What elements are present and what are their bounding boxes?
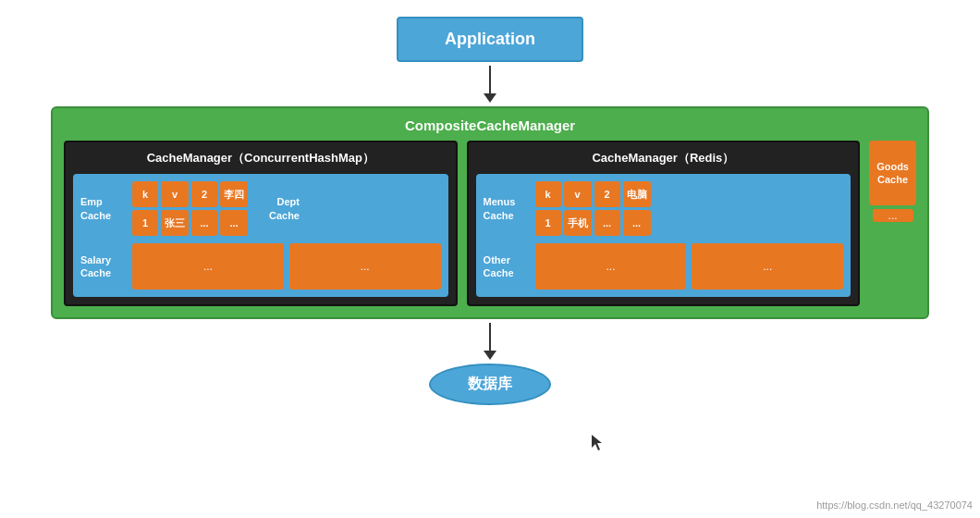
emp-k1: k — [132, 181, 158, 207]
arrow-app-to-composite — [484, 66, 496, 103]
menus-shouji: 手机 — [564, 210, 592, 236]
goods-ellipsis: ... — [873, 209, 913, 222]
watermark: https://blog.csdn.net/qq_43270074 — [816, 500, 973, 511]
salary-ellipsis-1: ... — [132, 243, 284, 290]
svg-marker-0 — [592, 435, 602, 450]
menus-1: 1 — [535, 210, 561, 236]
other-ellipsis-1: ... — [535, 243, 687, 290]
menus-dots1: ... — [594, 210, 620, 236]
menus-dots2: ... — [623, 210, 651, 236]
emp-cache-table: k v 2 李四 1 张三 ... ... — [132, 181, 248, 236]
emp-dots1: ... — [191, 210, 217, 236]
menus-2: 2 — [594, 181, 620, 207]
diagram: Application CompositeCacheManager CacheM… — [0, 0, 980, 518]
menus-cache-table: k v 2 电脑 1 手机 ... ... — [535, 181, 651, 236]
cursor — [592, 435, 605, 448]
composite-cache-manager: CompositeCacheManager CacheManager（Concu… — [51, 106, 929, 319]
emp-zhangsan: 张三 — [161, 210, 189, 236]
emp-lisi: 李四 — [220, 181, 248, 207]
emp-1: 1 — [132, 210, 158, 236]
goods-cache-top-row: GoodsCache ... — [869, 141, 916, 222]
menus-diannao: 电脑 — [623, 181, 651, 207]
salary-ellipsis-2: ... — [289, 243, 441, 290]
composite-title: CompositeCacheManager — [64, 117, 916, 133]
cache-manager-redis-title: CacheManager（Redis） — [476, 150, 851, 166]
emp-cache-label: EmpCache — [80, 195, 127, 222]
database-ellipse: 数据库 — [429, 364, 551, 405]
arrow-composite-to-db — [484, 323, 496, 360]
goods-cache-label: GoodsCache — [869, 141, 916, 205]
cache-manager-redis: CacheManager（Redis） MenusCache k v 2 电脑 … — [467, 141, 861, 306]
cache-manager-concurrent-title: CacheManager（ConcurrentHashMap） — [73, 150, 448, 166]
goods-cache-container: GoodsCache ... — [869, 141, 916, 306]
other-ellipsis-2: ... — [692, 243, 843, 290]
other-cache-label: OtherCache — [484, 253, 530, 280]
emp-v1: v — [161, 181, 189, 207]
emp-2: 2 — [191, 181, 217, 207]
menus-v1: v — [564, 181, 592, 207]
application-box: Application — [397, 17, 583, 62]
cache-manager-concurrent: CacheManager（ConcurrentHashMap） EmpCache… — [64, 141, 458, 306]
salary-cache-label: SalaryCache — [80, 253, 127, 280]
emp-dots2: ... — [220, 210, 248, 236]
dept-cache-label: DeptCache — [253, 195, 300, 222]
menus-k1: k — [535, 181, 561, 207]
menus-cache-label: MenusCache — [484, 195, 530, 222]
